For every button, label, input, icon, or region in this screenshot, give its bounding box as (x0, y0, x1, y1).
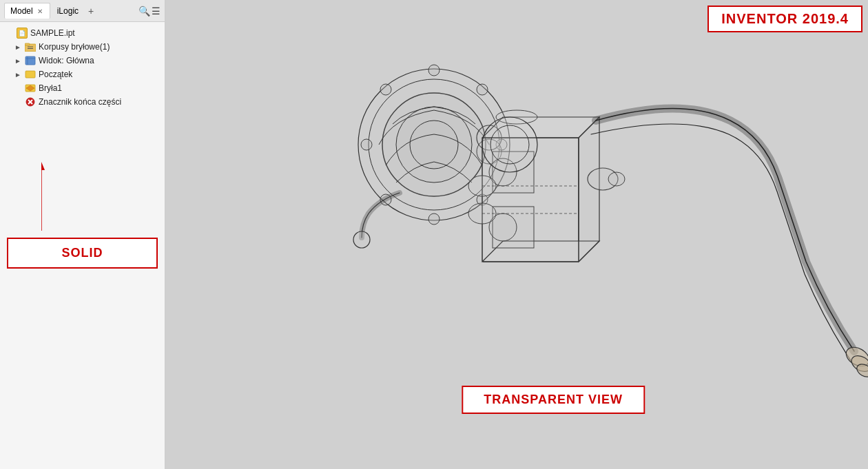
expand-view[interactable]: ► (14, 57, 22, 65)
tab-model[interactable]: Model ✕ (4, 3, 50, 19)
arrow-solid-svg (41, 162, 96, 231)
solid-annotation-box: SOLID (7, 238, 158, 269)
tree-item-origin[interactable]: ► Początek (3, 67, 162, 81)
icon-solid (25, 83, 36, 94)
svg-point-22 (477, 84, 488, 95)
icon-view (25, 55, 36, 66)
tree-item-view[interactable]: ► Widok: Główna (3, 54, 162, 67)
tab-add-button[interactable]: + (85, 4, 96, 18)
svg-rect-4 (25, 56, 35, 65)
tab-ilogic-label: iLogic (57, 6, 79, 16)
search-icon[interactable]: 🔍 (138, 6, 150, 17)
inventor-title: INVENTOR 2019.4 (721, 11, 849, 26)
icon-end (25, 96, 36, 107)
solid-label: SOLID (61, 246, 103, 260)
tree-label-bodies: Korpusy bryłowe(1) (39, 42, 110, 52)
transparent-view-text: TRANSPARENT VIEW (484, 393, 623, 406)
svg-marker-14 (41, 162, 45, 170)
expand-origin[interactable]: ► (14, 71, 22, 79)
icon-origin (25, 69, 36, 80)
svg-point-27 (361, 139, 372, 150)
tree-item-bodies[interactable]: ► Korpusy bryłowe(1) (3, 40, 162, 54)
tree-item-root[interactable]: 📄 SAMPLE.ipt (3, 26, 162, 40)
tree-label-root: SAMPLE.ipt (30, 28, 75, 38)
tree-label-view: Widok: Główna (39, 56, 94, 65)
svg-point-49 (353, 231, 370, 248)
tab-ilogic[interactable]: iLogic (52, 3, 84, 19)
tab-model-close[interactable]: ✕ (36, 8, 44, 15)
svg-point-25 (428, 213, 440, 225)
viewport: INVENTOR 2019.4 TRANSPARENT VIEW (165, 0, 868, 469)
svg-point-28 (380, 84, 391, 95)
tree-item-endmarker[interactable]: Znacznik końca części (3, 95, 162, 109)
icon-ipt: 📄 (17, 28, 28, 39)
svg-point-21 (428, 65, 440, 76)
transparent-view-label: TRANSPARENT VIEW (462, 386, 645, 414)
inventor-label: INVENTOR 2019.4 (707, 6, 862, 32)
tree-label-origin: Początek (39, 70, 72, 79)
menu-icon[interactable]: ☰ (152, 6, 161, 17)
tree-item-solid1[interactable]: Bryła1 (3, 81, 162, 95)
svg-rect-1 (25, 43, 30, 45)
tree-label-solid1: Bryła1 (39, 83, 62, 93)
tree-label-endmarker: Znacznik końca części (39, 97, 121, 107)
svg-point-51 (490, 125, 529, 164)
svg-point-43 (608, 172, 625, 186)
tab-model-label: Model (10, 6, 33, 16)
sidebar: Model ✕ iLogic + 🔍 ☰ 📄 SAMPLE.ipt ► (0, 0, 165, 469)
svg-rect-7 (25, 71, 35, 78)
main-layout: Model ✕ iLogic + 🔍 ☰ 📄 SAMPLE.ipt ► (0, 0, 868, 469)
expand-bodies[interactable]: ► (14, 43, 22, 51)
icon-folder-body (25, 41, 36, 52)
sidebar-tabs-bar: Model ✕ iLogic + 🔍 ☰ (0, 0, 165, 22)
